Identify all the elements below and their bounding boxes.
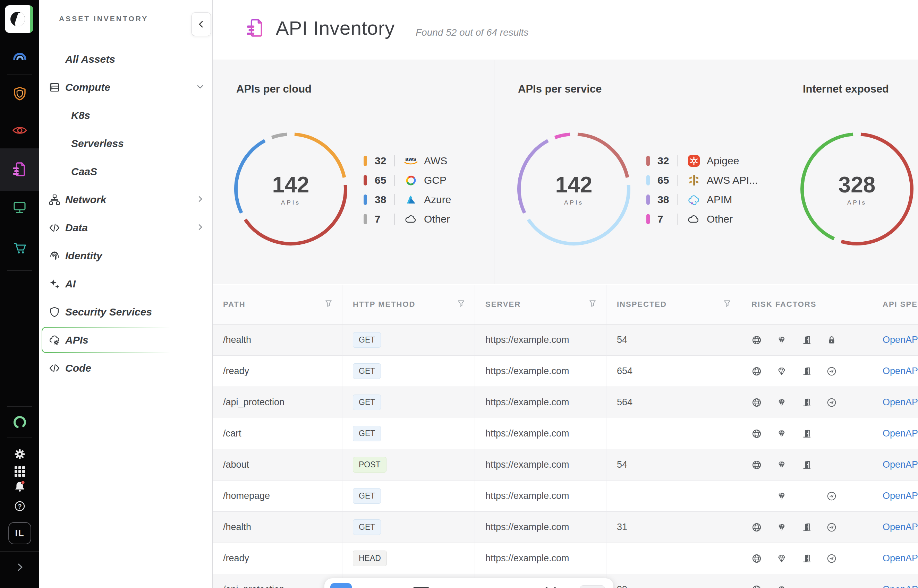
openapi-link[interactable]: OpenAPI <box>882 522 918 533</box>
sidebar-item-caas[interactable]: CaaS <box>42 157 208 186</box>
monitor-icon[interactable] <box>0 197 39 218</box>
filter-funnel-icon[interactable] <box>589 300 596 309</box>
legend-row-apigee: 32 Apigee <box>646 151 758 171</box>
secondary-action-button[interactable] <box>580 585 605 588</box>
door-icon <box>801 397 812 408</box>
donut-unit: APIs <box>564 199 584 206</box>
cell-risk-factors <box>741 449 872 481</box>
sidebar-item-ai[interactable]: AI <box>42 270 208 298</box>
donut-total: 142 <box>272 172 309 198</box>
openapi-link[interactable]: OpenAPI <box>882 491 918 501</box>
globe-icon <box>751 428 762 439</box>
table-row[interactable]: /health GET https://example.com 54 OpenA… <box>213 325 918 356</box>
cell-inspected: 54 <box>606 449 741 481</box>
table-row[interactable]: /ready HEAD https://example.com OpenAPI <box>213 543 918 574</box>
cell-path: /homepage <box>213 481 342 512</box>
sidebar-item-compute[interactable]: Compute <box>42 73 208 101</box>
legend-row-aws: 32 aws AWS <box>364 151 451 171</box>
table-row[interactable]: /api_protection GET https://example.com … <box>213 387 918 418</box>
cell-server: https://example.com <box>475 325 606 356</box>
column-header-label: API SPEC <box>882 300 918 309</box>
column-header-server[interactable]: SERVER <box>475 284 606 324</box>
api-doc-icon[interactable] <box>0 155 39 183</box>
openapi-link[interactable]: OpenAPI <box>882 397 918 408</box>
legend-divider <box>394 155 395 166</box>
legend-value: 65 <box>657 174 674 186</box>
method-badge: GET <box>353 426 381 441</box>
legend-label: Other <box>424 213 450 225</box>
column-header-path[interactable]: PATH <box>213 284 342 324</box>
cell-api-spec: OpenAPI <box>872 387 918 418</box>
openapi-link[interactable]: OpenAPI <box>882 428 918 439</box>
cell-risk-factors <box>741 418 872 449</box>
sidebar-item-all-assets[interactable]: All Assets <box>42 45 208 73</box>
shield-icon[interactable] <box>0 83 39 104</box>
column-header-http-method[interactable]: HTTP METHOD <box>342 284 475 324</box>
sidebar-item-code[interactable]: Code <box>42 354 208 382</box>
results-count: Found 52 out of 64 results <box>416 27 528 38</box>
openapi-link[interactable]: OpenAPI <box>882 459 918 470</box>
sidebar-item-k8s[interactable]: K8s <box>42 101 208 129</box>
orca-logo[interactable] <box>5 5 33 33</box>
sidebar-item-data[interactable]: Data <box>42 213 208 242</box>
cell-http-method: GET <box>342 481 475 512</box>
filter-funnel-icon[interactable] <box>724 300 731 309</box>
openapi-link[interactable]: OpenAPI <box>882 553 918 564</box>
column-header-api-spec[interactable]: API SPEC <box>872 284 918 324</box>
table-header-row: PATH HTTP METHOD SERVER INSPECTED RISK F… <box>213 284 918 325</box>
gem-icon <box>776 585 787 588</box>
sidebar-item-identity[interactable]: Identity <box>42 242 208 270</box>
cell-inspected: 31 <box>606 512 741 543</box>
bell-icon[interactable] <box>0 478 39 495</box>
filter-funnel-icon[interactable] <box>457 300 465 309</box>
column-header-inspected[interactable]: INSPECTED <box>606 284 741 324</box>
collapse-sidebar-button[interactable] <box>191 13 211 36</box>
loop-logo-icon[interactable] <box>0 412 39 433</box>
sidebar-item-network[interactable]: Network <box>42 186 208 213</box>
apps-grid-icon[interactable] <box>0 463 39 480</box>
cell-http-method: GET <box>342 512 475 543</box>
radar-icon[interactable] <box>0 48 39 67</box>
selected-item-outline <box>42 327 188 353</box>
cell-risk-factors <box>741 512 872 543</box>
eye-icon[interactable] <box>0 120 39 141</box>
cell-inspected: 654 <box>606 356 741 387</box>
openapi-link[interactable]: OpenAPI <box>882 366 918 376</box>
cell-api-spec: OpenAPI <box>872 512 918 543</box>
table-row[interactable]: /ready GET https://example.com 654 OpenA… <box>213 356 918 387</box>
filter-funnel-icon[interactable] <box>325 300 332 309</box>
table-row[interactable]: /cart GET https://example.com OpenAPI <box>213 418 918 449</box>
plane-icon <box>826 553 837 564</box>
table-row[interactable]: /about POST https://example.com 54 OpenA… <box>213 449 918 481</box>
legend-color-pill <box>364 214 367 224</box>
cell-inspected: 54 <box>606 325 741 356</box>
openapi-link[interactable]: OpenAPI <box>882 584 918 588</box>
legend-divider <box>677 194 678 205</box>
cart-icon[interactable] <box>0 237 39 258</box>
openapi-link[interactable]: OpenAPI <box>882 334 918 345</box>
method-badge: GET <box>353 488 381 504</box>
table-row[interactable]: /health GET https://example.com 31 OpenA… <box>213 512 918 543</box>
sidebar-item-security-services[interactable]: Security Services <box>42 298 208 326</box>
gear-icon[interactable] <box>0 445 39 463</box>
chevron-right-icon <box>196 194 205 205</box>
table-row[interactable]: /homepage GET https://example.com OpenAP… <box>213 481 918 512</box>
legend-divider <box>677 213 678 225</box>
left-rail: ? IL <box>0 0 39 588</box>
main-content: API Inventory Found 52 out of 64 results… <box>213 0 918 588</box>
legend-label: GCP <box>424 174 447 186</box>
cell-http-method: GET <box>342 387 475 418</box>
primary-action-button[interactable] <box>330 583 352 588</box>
legend-color-pill <box>364 175 367 186</box>
cell-inspected <box>606 543 741 574</box>
page: ? IL ASSET INVENTORY All AssetsComputeK8… <box>0 0 918 588</box>
column-header-risk-factors[interactable]: RISK FACTORS <box>741 284 872 324</box>
sidebar-item-serverless[interactable]: Serverless <box>42 129 208 157</box>
avatar[interactable]: IL <box>8 522 31 544</box>
sidebar-item-apis[interactable]: APIs <box>42 326 208 354</box>
cell-server: https://example.com <box>475 418 606 449</box>
cell-api-spec: OpenAPI <box>872 325 918 356</box>
expand-chevron-icon[interactable] <box>0 557 39 578</box>
help-icon[interactable]: ? <box>0 497 39 515</box>
cell-path: /ready <box>213 543 342 574</box>
